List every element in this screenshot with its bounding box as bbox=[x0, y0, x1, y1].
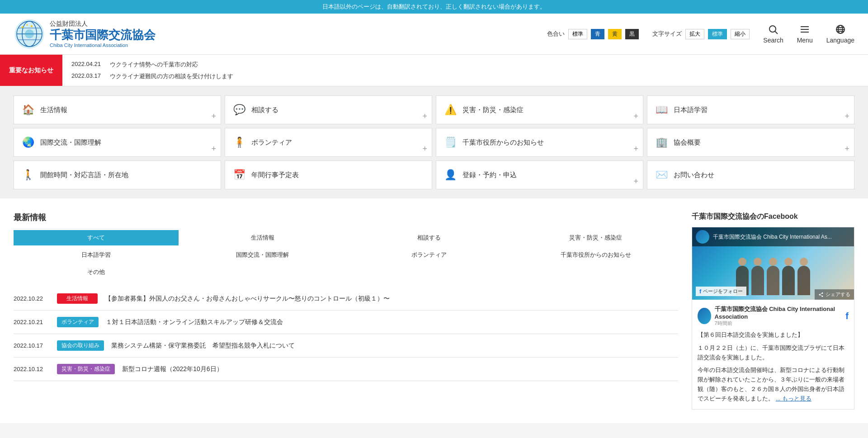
seikatsu-label: 生活情報 bbox=[40, 106, 67, 114]
color-blue-btn[interactable]: 青 bbox=[591, 29, 604, 39]
read-more-link[interactable]: ... もっと見る bbox=[776, 395, 811, 402]
chiba-city-plus: + bbox=[633, 144, 638, 154]
post-content: 【第６回日本語交流会を実施しました】 １０月２２日（土）に、千葉市国際交流プラザ… bbox=[698, 330, 849, 404]
saigai-plus: + bbox=[633, 112, 638, 121]
nav-card-soudan[interactable]: 💬 相談する + bbox=[225, 95, 432, 124]
nihongo-label: 日本語学習 bbox=[674, 106, 708, 114]
font-large-btn[interactable]: 拡大 bbox=[685, 29, 704, 39]
news-date-3: 2022.10.17 bbox=[14, 342, 50, 349]
news-item-3[interactable]: 2022.10.17 協会の取り組み 業務システム構築・保守業務委託 希望型指名… bbox=[14, 334, 678, 358]
kyokai-icon: 🏢 bbox=[655, 137, 668, 148]
saigai-icon: ⚠️ bbox=[443, 104, 457, 116]
nav-card-kaikan[interactable]: 🚶 開館時間・対応言語・所在地 bbox=[14, 160, 221, 189]
facebook-brand-icon: f bbox=[845, 311, 849, 321]
news-item-4[interactable]: 2022.10.12 災害・防災・感染症 新型コロナ週報（2022年10月6日） bbox=[14, 358, 678, 381]
volunteer-label: ボランティア bbox=[251, 138, 292, 147]
search-label: Search bbox=[763, 37, 783, 44]
otoiawase-label: お問い合わせ bbox=[674, 171, 714, 179]
notice-date-2: 2022.03.17 bbox=[71, 72, 101, 80]
nav-card-kyokai[interactable]: 🏢 協会概要 + bbox=[647, 128, 854, 157]
toroku-label: 登録・予約・申込 bbox=[462, 171, 517, 179]
color-black-btn[interactable]: 黒 bbox=[625, 29, 639, 39]
tab-saigai[interactable]: 災害・防災・感染症 bbox=[514, 230, 679, 245]
header-icons: Search Menu bbox=[763, 24, 854, 44]
logo-area[interactable]: 公益財団法人 千葉市国際交流協会 Chiba City Internationa… bbox=[14, 18, 156, 50]
nav-card-nihongo[interactable]: 📖 日本語学習 + bbox=[647, 95, 854, 124]
facebook-follow-btn[interactable]: f ページをフォロー bbox=[696, 287, 746, 296]
post-author: 千葉市国際交流協会 Chiba City International Assoc… bbox=[715, 305, 842, 320]
notice-text-2: ウクライナ避難民の方の相談を受け付けします bbox=[110, 72, 233, 80]
news-badge-1: 生活情報 bbox=[57, 293, 98, 304]
chiba-city-icon: 🗒️ bbox=[443, 137, 457, 148]
logo-text: 公益財団法人 千葉市国際交流協会 Chiba City Internationa… bbox=[50, 20, 156, 47]
menu-label: Menu bbox=[797, 37, 813, 44]
nav-card-chiba-city[interactable]: 🗒️ 千葉市役所からのお知らせ + bbox=[436, 128, 643, 157]
svg-point-10 bbox=[769, 26, 776, 32]
color-yellow-btn[interactable]: 黄 bbox=[608, 29, 622, 39]
notice-label: 重要なお知らせ bbox=[0, 55, 62, 86]
nav-card-seikatsu[interactable]: 🏠 生活情報 + bbox=[14, 95, 221, 124]
search-button[interactable]: Search bbox=[763, 24, 783, 44]
post-avatar bbox=[698, 308, 711, 324]
notice-item-2[interactable]: 2022.03.17 ウクライナ避難民の方の相談を受け付けします bbox=[71, 72, 233, 80]
menu-icon bbox=[799, 24, 810, 35]
facebook-share-btn[interactable]: シェアする bbox=[815, 289, 854, 300]
share-icon bbox=[818, 292, 824, 297]
nengyo-label: 年間行事予定表 bbox=[251, 171, 299, 179]
volunteer-icon: 🧍 bbox=[232, 137, 246, 148]
saigai-label: 災害・防災・感染症 bbox=[462, 106, 524, 114]
notice-text-1: ウクライナ情勢への千葉市の対応 bbox=[110, 61, 198, 69]
kaikan-icon: 🚶 bbox=[21, 169, 35, 181]
nav-card-otoiawase[interactable]: ✉️ お問い合わせ bbox=[647, 160, 854, 189]
menu-button[interactable]: Menu bbox=[797, 24, 813, 44]
svg-point-6 bbox=[25, 29, 34, 38]
svg-line-11 bbox=[775, 32, 778, 34]
tab-nihongo[interactable]: 日本語学習 bbox=[14, 247, 179, 263]
kyokai-plus: + bbox=[844, 144, 849, 154]
post-header: 千葉市国際交流協会 Chiba City International Assoc… bbox=[698, 305, 849, 327]
news-date-2: 2022.10.21 bbox=[14, 319, 50, 325]
nav-card-volunteer[interactable]: 🧍 ボランティア + bbox=[225, 128, 432, 157]
chiba-city-label: 千葉市役所からのお知らせ bbox=[462, 138, 544, 147]
font-small-btn[interactable]: 縮小 bbox=[731, 29, 750, 39]
tab-seikatsu[interactable]: 生活情報 bbox=[180, 230, 345, 245]
toroku-icon: 👤 bbox=[443, 169, 457, 181]
language-icon bbox=[835, 24, 846, 35]
news-title-3: 業務システム構築・保守業務委託 希望型指名競争入札について bbox=[111, 342, 295, 350]
post-time: 7時間前 bbox=[715, 320, 842, 327]
nav-card-toroku[interactable]: 👤 登録・予約・申込 + bbox=[436, 160, 643, 189]
search-icon bbox=[768, 24, 778, 35]
font-controls: 文字サイズ 拡大 標準 縮小 bbox=[652, 29, 750, 39]
font-standard-btn[interactable]: 標準 bbox=[708, 29, 727, 39]
tab-kokusai[interactable]: 国際交流・国際理解 bbox=[180, 247, 345, 263]
nengyo-icon: 📅 bbox=[232, 169, 246, 181]
nav-card-saigai[interactable]: ⚠️ 災害・防災・感染症 + bbox=[436, 95, 643, 124]
main-content: 最新情報 すべて 生活情報 相談する 災害・防災・感染症 日本語学習 国際交流・… bbox=[0, 198, 868, 423]
news-item-2[interactable]: 2022.10.21 ボランティア １対１日本語活動・オンライン活動スキルアップ… bbox=[14, 311, 678, 334]
language-button[interactable]: Language bbox=[826, 24, 854, 44]
tab-chiba-city[interactable]: 千葉市役所からのお知らせ bbox=[514, 247, 679, 263]
news-item-1[interactable]: 2022.10.22 生活情報 【参加者募集】外国人のお父さん・お母さんおしゃべ… bbox=[14, 287, 678, 311]
language-label: Language bbox=[826, 37, 854, 44]
soudan-plus: + bbox=[422, 112, 427, 121]
notice-date-1: 2022.04.21 bbox=[71, 61, 101, 69]
org-name-label: 千葉市国際交流協会 bbox=[50, 28, 156, 42]
tab-sonota[interactable]: その他 bbox=[14, 264, 179, 280]
tab-soudan[interactable]: 相談する bbox=[347, 230, 512, 245]
post-meta: 千葉市国際交流協会 Chiba City International Assoc… bbox=[715, 305, 842, 327]
color-label: 色合い bbox=[547, 30, 565, 38]
color-standard-btn[interactable]: 標準 bbox=[568, 29, 587, 39]
svg-point-8 bbox=[27, 24, 28, 26]
news-date-4: 2022.10.12 bbox=[14, 366, 50, 372]
facebook-section: 千葉市国際交流協会のFacebook bbox=[692, 212, 854, 410]
facebook-post: 千葉市国際交流協会 Chiba City International Assoc… bbox=[692, 300, 854, 409]
nav-grid: 🏠 生活情報 + 💬 相談する + ⚠️ 災害・防災・感染症 + 📖 日本語学習… bbox=[0, 86, 868, 198]
nav-card-kokusai[interactable]: 🌏 国際交流・国際理解 + bbox=[14, 128, 221, 157]
tab-volunteer[interactable]: ボランティア bbox=[347, 247, 512, 263]
soudan-icon: 💬 bbox=[232, 104, 246, 116]
kokusai-label: 国際交流・国際理解 bbox=[40, 138, 101, 147]
nav-card-nengyo[interactable]: 📅 年間行事予定表 bbox=[225, 160, 432, 189]
tab-all[interactable]: すべて bbox=[14, 230, 179, 245]
notice-item-1[interactable]: 2022.04.21 ウクライナ情勢への千葉市の対応 bbox=[71, 61, 233, 69]
facebook-page-title: 千葉市国際交流協会 Chiba City International As... bbox=[713, 233, 832, 241]
